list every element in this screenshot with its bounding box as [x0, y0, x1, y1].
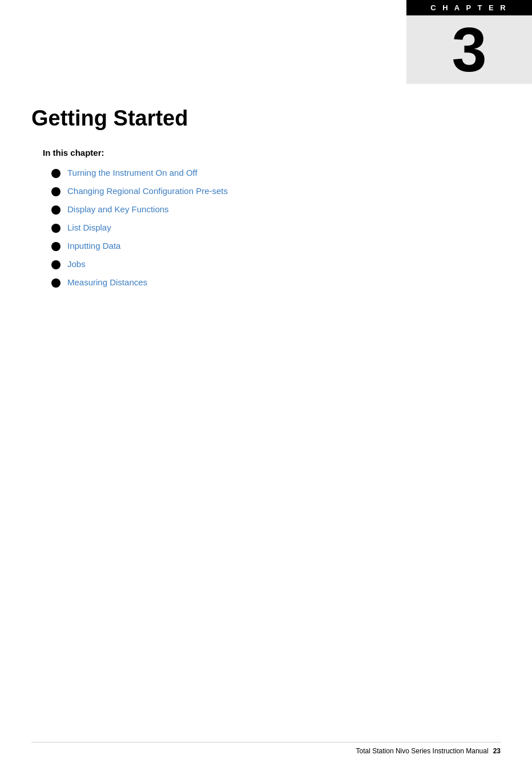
chapter-header: C H A P T E R 3 — [406, 0, 532, 84]
chapter-list-link-changing-regional[interactable]: Changing Regional Configuration Pre-sets — [67, 186, 228, 196]
footer-text: Total Station Nivo Series Instruction Ma… — [356, 747, 489, 755]
list-item: List Display — [51, 223, 501, 233]
chapter-number-box: 3 — [406, 15, 532, 84]
page-title: Getting Started — [31, 106, 501, 132]
chapter-list-link-list-display[interactable]: List Display — [67, 223, 111, 232]
chapter-number: 3 — [452, 18, 486, 81]
chapter-label: C H A P T E R — [406, 0, 532, 15]
list-item: Changing Regional Configuration Pre-sets — [51, 186, 501, 196]
bullet-icon — [51, 278, 61, 288]
bullet-icon — [51, 242, 61, 251]
chapter-list-link-inputting-data[interactable]: Inputting Data — [67, 241, 120, 251]
page-footer: Total Station Nivo Series Instruction Ma… — [31, 742, 501, 755]
chapter-list-link-turning-on-off[interactable]: Turning the Instrument On and Off — [67, 168, 198, 177]
list-item: Display and Key Functions — [51, 204, 501, 215]
in-this-chapter-label: In this chapter: — [43, 148, 501, 158]
bullet-icon — [51, 187, 61, 196]
page-container: C H A P T E R 3 Getting Started In this … — [0, 0, 532, 771]
bullet-icon — [51, 205, 61, 215]
chapter-list-link-jobs[interactable]: Jobs — [67, 259, 86, 269]
bullet-icon — [51, 224, 61, 233]
chapter-list: Turning the Instrument On and OffChangin… — [51, 168, 501, 288]
list-item: Inputting Data — [51, 241, 501, 251]
chapter-list-link-display-key-functions[interactable]: Display and Key Functions — [67, 204, 169, 214]
list-item: Turning the Instrument On and Off — [51, 168, 501, 178]
bullet-icon — [51, 169, 61, 178]
footer-page-number: 23 — [493, 747, 501, 755]
list-item: Jobs — [51, 259, 501, 269]
bullet-icon — [51, 260, 61, 269]
chapter-list-link-measuring-distances[interactable]: Measuring Distances — [67, 277, 147, 287]
list-item: Measuring Distances — [51, 277, 501, 288]
main-content: Getting Started In this chapter: Turning… — [31, 106, 501, 296]
